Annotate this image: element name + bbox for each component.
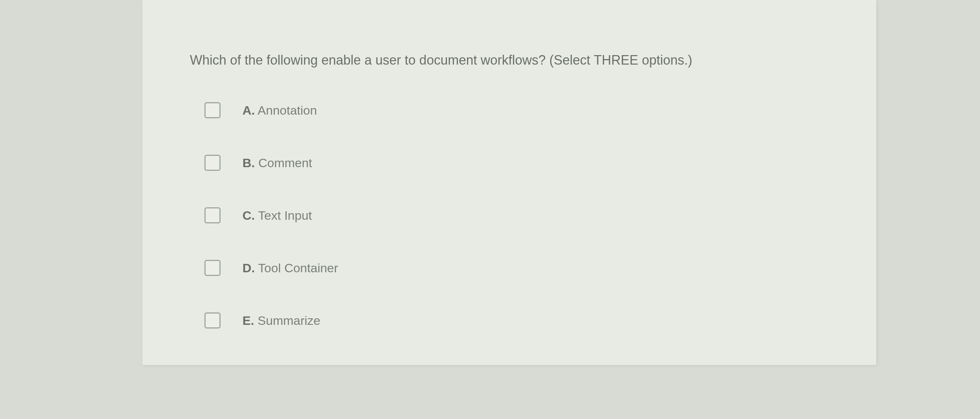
option-label-e: E. Summarize [242,314,321,328]
option-text-e: Summarize [254,314,320,327]
option-letter-c: C. [242,208,255,222]
option-letter-e: E. [242,314,254,327]
checkbox-d[interactable] [204,260,221,276]
question-text: Which of the following enable a user to … [190,51,829,69]
option-text-b: Comment [255,156,312,170]
checkbox-a[interactable] [204,102,221,118]
checkbox-b[interactable] [204,155,221,171]
option-row-c: C. Text Input [204,207,829,223]
option-text-a: Annotation [255,103,317,117]
question-card: Which of the following enable a user to … [142,0,876,365]
options-container: A. Annotation B. Comment C. Text Input D… [190,102,829,329]
option-row-b: B. Comment [204,155,829,171]
checkbox-c[interactable] [204,207,221,223]
option-row-a: A. Annotation [204,102,829,118]
option-label-a: A. Annotation [242,103,317,117]
option-label-c: C. Text Input [242,208,312,223]
option-letter-d: D. [242,261,255,275]
checkbox-e[interactable] [204,313,221,329]
option-text-c: Text Input [255,208,312,222]
option-row-e: E. Summarize [204,313,829,329]
option-label-d: D. Tool Container [242,261,338,275]
option-letter-a: A. [242,103,255,117]
option-text-d: Tool Container [255,261,338,275]
option-row-d: D. Tool Container [204,260,829,276]
option-letter-b: B. [242,156,255,170]
option-label-b: B. Comment [242,156,312,170]
